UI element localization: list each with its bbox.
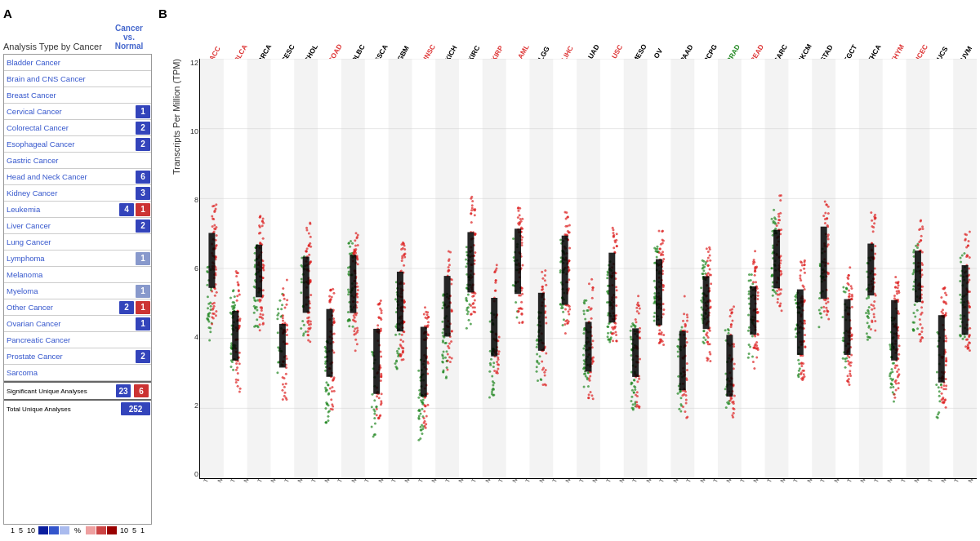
svg-point-1616 <box>612 339 614 342</box>
svg-point-120 <box>229 366 232 368</box>
svg-point-2554 <box>871 220 873 222</box>
cancer-type-top-label: UVM <box>959 45 973 59</box>
svg-point-43 <box>207 315 210 317</box>
svg-point-830 <box>403 255 406 258</box>
svg-point-849 <box>400 248 403 251</box>
svg-point-1810 <box>662 344 665 346</box>
svg-point-2605 <box>890 368 893 370</box>
svg-point-2942 <box>965 255 968 258</box>
svg-point-2863 <box>945 357 947 360</box>
svg-point-405 <box>302 334 305 336</box>
svg-point-132 <box>232 290 234 292</box>
badge: 1 <box>136 105 150 118</box>
svg-point-1412 <box>568 308 571 310</box>
svg-point-2146 <box>757 320 760 322</box>
svg-point-1379 <box>559 269 562 272</box>
svg-point-526 <box>332 292 335 295</box>
svg-point-2073 <box>748 344 751 346</box>
svg-point-1888 <box>681 394 684 397</box>
svg-point-1193 <box>496 361 498 363</box>
svg-point-369 <box>285 397 287 399</box>
svg-point-243 <box>253 305 256 308</box>
svg-point-1577 <box>615 286 617 288</box>
svg-point-2047 <box>733 412 735 415</box>
svg-point-1758 <box>656 247 658 250</box>
svg-point-2060 <box>733 394 736 397</box>
svg-point-1692 <box>638 378 640 380</box>
svg-point-90 <box>212 317 215 320</box>
svg-point-2755 <box>920 340 922 343</box>
svg-point-622 <box>354 320 357 322</box>
svg-point-2228 <box>777 215 780 218</box>
svg-point-474 <box>309 280 311 282</box>
svg-point-778 <box>395 361 398 363</box>
svg-point-545 <box>333 332 336 335</box>
svg-point-728 <box>376 395 378 397</box>
svg-point-2567 <box>871 308 873 311</box>
svg-point-58 <box>216 234 218 237</box>
svg-point-1861 <box>684 323 687 326</box>
svg-point-655 <box>354 232 357 234</box>
svg-point-1540 <box>606 301 608 304</box>
svg-point-2463 <box>849 375 852 377</box>
svg-point-1122 <box>472 302 474 304</box>
svg-point-330 <box>276 371 278 374</box>
svg-point-1694 <box>636 310 639 313</box>
svg-point-1052 <box>465 258 467 260</box>
svg-point-413 <box>310 236 312 238</box>
svg-point-1662 <box>633 392 635 394</box>
svg-rect-672 <box>350 255 356 313</box>
cancer-type-label: Myeloma <box>4 286 135 296</box>
svg-point-1142 <box>490 358 492 361</box>
svg-point-2249 <box>779 304 782 307</box>
svg-point-2771 <box>921 273 924 276</box>
svg-point-1493 <box>588 282 590 285</box>
svg-point-2670 <box>893 297 896 299</box>
svg-point-1964 <box>708 246 710 249</box>
svg-point-1654 <box>634 388 636 391</box>
svg-point-1876 <box>682 406 684 408</box>
svg-point-1085 <box>470 304 472 307</box>
svg-point-869 <box>422 398 425 401</box>
svg-point-2445 <box>844 360 847 362</box>
svg-point-1339 <box>541 289 543 291</box>
svg-point-754 <box>398 348 400 350</box>
svg-point-1945 <box>710 282 712 285</box>
svg-point-2107 <box>752 281 755 283</box>
svg-point-2918 <box>964 239 966 242</box>
svg-point-1754 <box>653 320 656 322</box>
svg-point-2913 <box>969 327 971 330</box>
svg-point-466 <box>310 323 312 326</box>
table-row: Ovarian Cancer1 <box>4 316 151 332</box>
svg-point-386 <box>285 304 287 306</box>
cvn-label: Cancervs.Normal <box>115 24 143 51</box>
svg-point-2236 <box>780 270 782 273</box>
svg-point-949 <box>426 311 429 313</box>
svg-point-2950 <box>965 339 968 341</box>
svg-point-1981 <box>707 251 710 253</box>
sig-label: Significant Unique Analyses <box>4 387 115 396</box>
svg-point-1866 <box>682 320 684 322</box>
svg-point-837 <box>401 259 403 262</box>
svg-point-2511 <box>848 356 850 358</box>
svg-point-2432 <box>842 316 844 318</box>
svg-point-254 <box>262 237 265 240</box>
cancer-type-top-label: PAAD <box>678 43 694 59</box>
svg-point-1283 <box>536 366 538 368</box>
svg-point-365 <box>286 299 288 301</box>
svg-point-530 <box>331 386 333 388</box>
svg-point-725 <box>381 392 383 395</box>
svg-point-2943 <box>965 233 968 236</box>
svg-point-2248 <box>779 303 782 305</box>
svg-point-1938 <box>701 273 703 275</box>
svg-rect-2356 <box>797 290 804 355</box>
svg-point-1182 <box>496 264 498 266</box>
svg-point-2527 <box>866 339 869 341</box>
svg-point-2478 <box>849 266 851 268</box>
svg-point-1239 <box>521 264 523 267</box>
svg-point-1587 <box>614 330 617 333</box>
svg-point-163 <box>236 366 238 369</box>
svg-point-191 <box>235 362 238 365</box>
cancer-type-top-label: THCA <box>866 43 882 59</box>
svg-point-876 <box>417 416 420 419</box>
